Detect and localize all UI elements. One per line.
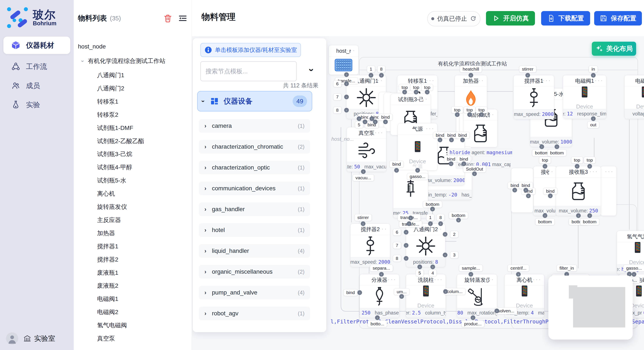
port-connector-dot[interactable]: › [375,315,380,320]
port-chip-6[interactable]: 6 [393,229,401,236]
save-config-button[interactable]: 保存配置 [594,11,642,25]
port-chip-in[interactable]: in [589,66,598,72]
chevron-down-icon[interactable]: › [80,60,86,62]
node-recv-sliver[interactable]: ··· [600,166,616,216]
port-connector-dot[interactable]: ‹ [404,243,408,248]
node-valve-e2[interactable]: 电磁阀2···Devicevoltage: 12 [624,75,644,119]
port-connector-dot[interactable]: ‹ [344,108,349,113]
port-connector-dot[interactable]: › [479,112,484,117]
tree-item-host-node[interactable]: host_node [74,40,196,53]
port-chip-1[interactable]: 1 [426,214,434,221]
port-connector-dot[interactable]: ‹ [516,272,521,277]
port-connector-dot[interactable]: › [402,90,407,94]
port-chip-centrif[interactable]: centrif... [508,265,529,272]
sidebar-item-workflow[interactable]: 工作流 [4,58,70,75]
port-connector-dot[interactable]: ‹ [344,81,349,86]
category-communication_devices[interactable]: ›communication_devices(1) [199,181,310,195]
category-pump_and_valve[interactable]: ›pump_and_valve(4) [199,286,310,299]
port-chip-4[interactable]: 4 [429,270,437,276]
node-host-node[interactable]: host_node··· [328,45,358,75]
port-connector-dot[interactable]: › [418,265,422,269]
port-chip-separa[interactable]: separa... [370,265,393,272]
port-connector-dot[interactable]: ‹ [407,221,412,226]
port-chip-7[interactable]: 7 [333,94,342,100]
tree-item[interactable]: 电磁阀2 [74,306,215,318]
tree-item[interactable]: 转移泵2 [74,109,215,121]
palette-collapse-icon[interactable]: › [306,68,317,72]
port-connector-dot[interactable]: › [443,253,448,257]
port-connector-dot[interactable]: › [414,90,418,94]
port-connector-dot[interactable]: › [344,72,349,77]
category-robot_agv[interactable]: ›robot_agv(1) [199,307,310,320]
port-connector-dot[interactable]: › [543,213,547,218]
port-connector-dot[interactable]: ‹ [632,272,636,277]
tree-item[interactable]: 加热器 [74,227,215,239]
tree-item[interactable]: 电磁阀1 [74,293,215,305]
port-chip-sample[interactable]: sample... [459,265,483,272]
tree-item[interactable]: 废液瓶1 [74,267,215,279]
port-chip-5[interactable]: 5 [355,121,363,128]
port-connector-dot[interactable]: › [430,207,435,211]
start-simulation-button[interactable]: 开启仿真 [486,11,535,25]
tree-item[interactable]: 旋转蒸发仪 [74,201,215,213]
port-connector-dot[interactable]: › [425,90,430,94]
port-connector-dot[interactable]: › [467,112,472,117]
simulation-status-pill[interactable]: 仿真已停止 [427,11,480,26]
tree-item[interactable]: 八通阀门2 [74,82,215,95]
port-connector-dot[interactable]: › [443,232,448,237]
port-chip-filter_in[interactable]: filter_in [557,265,577,272]
refresh-icon[interactable] [470,15,476,22]
node-heater[interactable]: 加热器··· [455,75,487,112]
port-connector-dot[interactable]: ‹ [404,230,408,234]
category-camera[interactable]: ›camera(1) [199,119,310,133]
port-connector-dot[interactable]: ‹ [357,290,362,295]
port-connector-dot[interactable]: ‹ [379,73,384,78]
port-chip-8[interactable]: 8 [436,214,445,221]
port-connector-dot[interactable]: › [363,120,367,124]
node-vacuum-pump[interactable]: 真空泵···pump_rate: 50max_vacuum: 0.1 [347,127,386,172]
port-connector-dot[interactable]: › [494,309,499,313]
port-chip-8[interactable]: 8 [333,107,342,114]
avatar[interactable] [6,332,18,345]
port-connector-dot[interactable]: › [462,161,466,166]
tree-item[interactable]: 转移泵1 [74,95,215,108]
port-connector-dot[interactable]: › [415,168,420,173]
port-connector-dot[interactable]: › [587,213,592,218]
category-liquid_handler[interactable]: ›liquid_handler(4) [199,244,310,258]
port-chip-1[interactable]: 1 [367,66,375,72]
category-characterization_optic[interactable]: ›characterization_optic(1) [199,161,310,174]
port-connector-dot[interactable]: › [591,116,596,121]
port-connector-dot[interactable]: › [472,172,477,176]
node-separator[interactable]: 分液器···volume: 250has_phases: true [360,274,399,318]
tree-item-workstation[interactable]: ›有机化学流程综合测试工作站 [74,55,200,67]
port-chip-out[interactable]: out [587,121,599,128]
delete-icon[interactable] [163,14,172,23]
port-connector-dot[interactable]: › [443,289,448,294]
port-connector-dot[interactable]: ‹ [468,73,473,78]
tree-item[interactable]: 氢气电磁阀 [74,319,215,332]
port-chip-top[interactable]: top [584,157,596,164]
port-chip-stirrer[interactable]: stirrer [354,214,372,221]
port-chip-7[interactable]: 7 [393,242,401,249]
port-connector-dot[interactable]: ‹ [591,73,596,78]
port-chip-3[interactable]: 3 [450,252,458,258]
sidebar-item-flask[interactable]: 实验 [4,96,70,114]
port-connector-dot[interactable]: ‹ [428,221,433,226]
port-connector-dot[interactable]: ‹ [587,164,592,169]
port-chip-top[interactable]: top [571,157,583,164]
node-rotovap[interactable]: 旋转蒸发仪···temp: 180max_rotation_speed: [457,274,497,318]
tree-item[interactable]: 试剂瓶2-乙酸乙酯 [74,135,215,147]
port-chip-produc[interactable]: produc... [462,321,484,327]
tree-item[interactable]: 试剂瓶5-水 [74,174,215,187]
tree-item[interactable]: 搅拌器2 [74,253,215,266]
port-chip-top[interactable]: top [539,157,551,164]
port-connector-dot[interactable]: ‹ [526,73,530,78]
port-chip-botto[interactable]: botto... [368,321,387,327]
tree-item[interactable]: 主反应器 [74,214,215,226]
port-chip-bind[interactable]: bind [390,161,404,168]
node-column[interactable]: 洗脱柱···Devicediameter: 2.5column_type: si [406,274,446,318]
port-chip-2[interactable]: 2 [450,231,458,238]
port-connector-dot[interactable]: ‹ [468,272,473,277]
tree-item[interactable]: 试剂瓶3-己烷 [74,148,215,160]
port-connector-dot[interactable]: ‹ [575,164,580,169]
